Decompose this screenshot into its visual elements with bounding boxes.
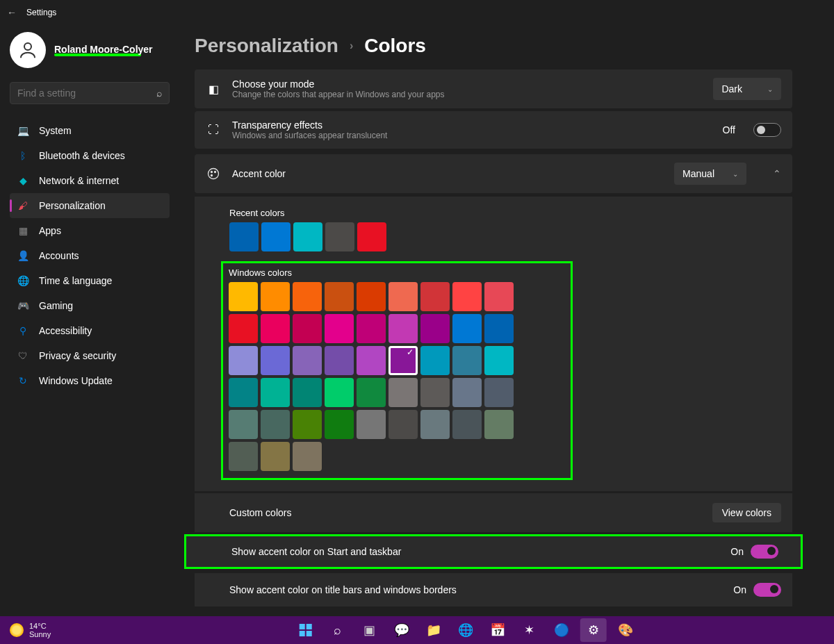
- windows-color-swatch[interactable]: [261, 346, 290, 375]
- windows-color-swatch[interactable]: [325, 346, 354, 375]
- chat-icon[interactable]: 💬: [389, 618, 415, 642]
- edge-icon[interactable]: 🌐: [452, 618, 479, 642]
- breadcrumb-parent[interactable]: Personalization: [195, 35, 338, 57]
- search-box[interactable]: ⌕: [10, 82, 170, 104]
- windows-color-swatch[interactable]: [325, 410, 354, 439]
- back-button[interactable]: ←: [7, 7, 17, 18]
- windows-color-swatch[interactable]: [293, 314, 322, 343]
- taskbar[interactable]: 14°C Sunny ⌕ ▣ 💬 📁 🌐 📅 ✶ 🔵 ⚙ 🎨: [0, 616, 834, 644]
- accent-start-taskbar-row[interactable]: Show accent color on Start and taskbar O…: [184, 534, 803, 569]
- windows-color-swatch[interactable]: [357, 410, 386, 439]
- windows-color-swatch[interactable]: [452, 346, 482, 375]
- sidebar-item-personalization[interactable]: 🖌Personalization: [10, 193, 170, 218]
- windows-color-swatch[interactable]: [229, 314, 258, 343]
- settings-taskbar-icon[interactable]: ⚙: [580, 618, 607, 642]
- update-icon: ↻: [17, 375, 29, 386]
- taskbar-search-icon[interactable]: ⌕: [325, 618, 351, 642]
- accent-titlebars-row[interactable]: Show accent color on title bars and wind…: [195, 573, 792, 606]
- windows-color-swatch[interactable]: [484, 410, 514, 439]
- explorer-icon[interactable]: 📁: [420, 618, 447, 642]
- windows-color-swatch[interactable]: [229, 442, 258, 471]
- search-icon: ⌕: [156, 88, 162, 99]
- windows-color-swatch[interactable]: [389, 410, 418, 439]
- windows-color-swatch[interactable]: [484, 346, 514, 375]
- sidebar-item-privacy[interactable]: 🛡Privacy & security: [10, 343, 170, 368]
- windows-color-swatch[interactable]: [229, 346, 258, 375]
- windows-color-swatch[interactable]: [357, 314, 386, 343]
- view-colors-button[interactable]: View colors: [712, 503, 781, 522]
- start-button[interactable]: [293, 618, 319, 642]
- windows-color-swatch[interactable]: [293, 378, 322, 407]
- recent-color-swatch[interactable]: [261, 222, 291, 251]
- accent-titlebars-toggle[interactable]: [753, 583, 781, 597]
- windows-color-swatch[interactable]: [389, 346, 418, 375]
- windows-color-swatch[interactable]: [452, 282, 482, 311]
- windows-color-swatch[interactable]: [484, 314, 514, 343]
- user-profile[interactable]: Roland Moore-Colyer: [10, 32, 174, 76]
- sidebar-item-update[interactable]: ↻Windows Update: [10, 368, 170, 393]
- windows-color-swatch[interactable]: [357, 282, 386, 311]
- sidebar-item-gaming[interactable]: 🎮Gaming: [10, 293, 170, 318]
- windows-color-swatch[interactable]: [293, 282, 322, 311]
- windows-color-swatch[interactable]: [389, 314, 418, 343]
- windows-color-swatch[interactable]: [357, 378, 386, 407]
- sidebar-item-accounts[interactable]: 👤Accounts: [10, 243, 170, 268]
- recent-color-swatch[interactable]: [293, 222, 322, 251]
- windows-color-swatch[interactable]: [484, 282, 514, 311]
- transparency-row[interactable]: ⛶ Transparency effects Windows and surfa…: [195, 111, 792, 149]
- windows-color-swatch[interactable]: [229, 378, 258, 407]
- windows-color-swatch[interactable]: [293, 442, 322, 471]
- windows-color-swatch[interactable]: [261, 442, 290, 471]
- custom-colors-row[interactable]: Custom colors View colors: [195, 493, 792, 532]
- weather-widget[interactable]: 14°C Sunny: [0, 622, 51, 638]
- recent-color-swatch[interactable]: [229, 222, 259, 251]
- accent-mode-dropdown[interactable]: Manual ⌄: [674, 163, 746, 185]
- windows-color-swatch[interactable]: [229, 282, 258, 311]
- app-icon-2[interactable]: 🔵: [548, 618, 575, 642]
- paint-icon[interactable]: 🎨: [612, 618, 639, 642]
- windows-color-swatch[interactable]: [420, 282, 450, 311]
- choose-mode-row[interactable]: ◧ Choose your mode Change the colors tha…: [195, 69, 792, 108]
- windows-color-swatch[interactable]: [420, 314, 450, 343]
- accessibility-icon: ⚲: [17, 325, 29, 336]
- breadcrumb: Personalization › Colors: [195, 35, 792, 57]
- windows-color-swatch[interactable]: [325, 378, 354, 407]
- chevron-up-icon[interactable]: ⌃: [773, 168, 781, 179]
- app-icon-1[interactable]: ✶: [516, 618, 543, 642]
- windows-color-swatch[interactable]: [229, 410, 258, 439]
- windows-color-swatch[interactable]: [452, 410, 482, 439]
- sidebar-item-system[interactable]: 💻System: [10, 118, 170, 143]
- windows-color-swatch[interactable]: [261, 410, 290, 439]
- recent-color-swatch[interactable]: [357, 222, 386, 251]
- recent-color-swatch[interactable]: [325, 222, 354, 251]
- windows-color-swatch[interactable]: [452, 378, 482, 407]
- windows-color-swatch[interactable]: [420, 378, 450, 407]
- windows-color-swatch[interactable]: [389, 378, 418, 407]
- task-view-icon[interactable]: ▣: [357, 618, 383, 642]
- windows-color-swatch[interactable]: [389, 282, 418, 311]
- windows-color-swatch[interactable]: [293, 410, 322, 439]
- mode-dropdown[interactable]: Dark ⌄: [713, 78, 781, 100]
- windows-color-swatch[interactable]: [261, 282, 290, 311]
- sidebar-item-apps[interactable]: ▦Apps: [10, 218, 170, 243]
- windows-color-swatch[interactable]: [452, 314, 482, 343]
- sidebar-item-accessibility[interactable]: ⚲Accessibility: [10, 318, 170, 343]
- transparency-toggle[interactable]: [753, 123, 781, 137]
- windows-color-swatch[interactable]: [293, 346, 322, 375]
- windows-color-swatch[interactable]: [420, 346, 450, 375]
- windows-color-swatch[interactable]: [357, 346, 386, 375]
- accent-color-header[interactable]: Accent color Manual ⌄ ⌃: [195, 154, 792, 193]
- windows-color-swatch[interactable]: [484, 378, 514, 407]
- calendar-icon[interactable]: 📅: [484, 618, 511, 642]
- windows-color-swatch[interactable]: [261, 314, 290, 343]
- windows-color-swatch[interactable]: [325, 282, 354, 311]
- network-icon: ◆: [17, 175, 29, 186]
- sidebar-item-bluetooth[interactable]: ᛒBluetooth & devices: [10, 143, 170, 168]
- accent-start-taskbar-toggle[interactable]: [751, 545, 778, 559]
- search-input[interactable]: [17, 88, 156, 99]
- sidebar-item-network[interactable]: ◆Network & internet: [10, 168, 170, 193]
- windows-color-swatch[interactable]: [325, 314, 354, 343]
- windows-color-swatch[interactable]: [420, 410, 450, 439]
- windows-color-swatch[interactable]: [261, 378, 290, 407]
- sidebar-item-time[interactable]: 🌐Time & language: [10, 268, 170, 293]
